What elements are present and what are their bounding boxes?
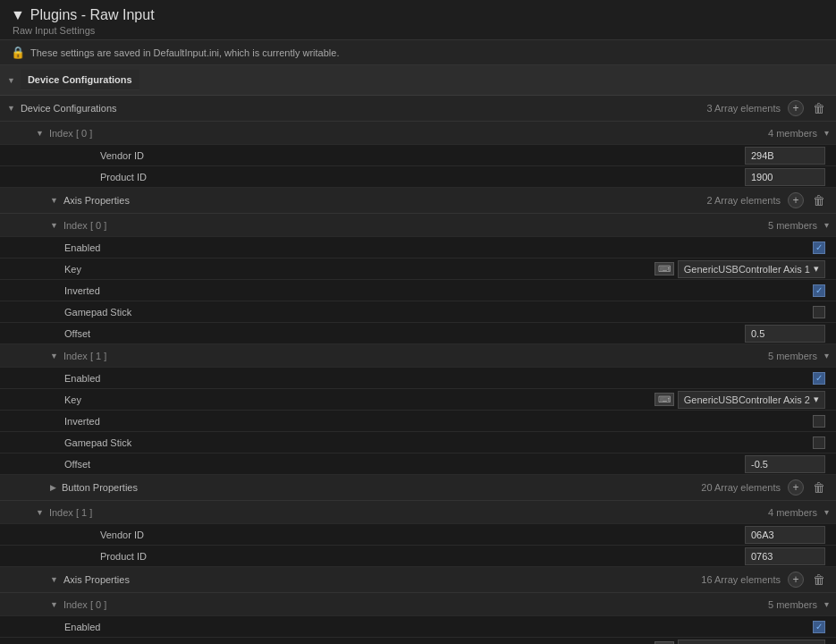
axis0-gamepad-label: Gamepad Stick (64, 307, 813, 318)
chevron-icon: ▼ (50, 196, 58, 205)
axis0-key-value: GenericUSBController Axis 1 (684, 264, 810, 275)
vendor-id-label-0: Vendor ID (50, 150, 745, 161)
chevron-icon: ▼ (11, 7, 25, 23)
info-bar: 🔒 These settings are saved in DefaultInp… (0, 40, 836, 65)
keyboard-icon: ⌨ (654, 393, 674, 406)
chevron-icon: ▼ (36, 508, 44, 517)
dc-add-button[interactable]: + (788, 100, 804, 116)
chevron-icon: ▼ (50, 600, 58, 609)
page-title: ▼ Plugins - Raw Input (11, 7, 825, 23)
device-configurations-array: ▼ Device Configurations 3 Array elements… (0, 96, 836, 122)
axis1-offset-input[interactable] (745, 455, 825, 473)
axis1-key-value: GenericUSBController Axis 2 (684, 394, 810, 405)
vendor-id-label-1: Vendor ID (50, 530, 745, 540)
product-id-row-1: Product ID (0, 546, 836, 567)
axis0-key-label: Key (64, 264, 654, 275)
axis1-inverted-label: Inverted (64, 416, 813, 427)
axis0-gamepad-checkbox[interactable] (813, 306, 825, 318)
index0-member-count: 4 members (768, 128, 817, 139)
axis-index1-count: 5 members (768, 351, 817, 361)
axis1-inverted-checkbox[interactable] (813, 415, 825, 428)
chevron-down-icon: ▼ (7, 76, 15, 85)
vendor-id-input-1[interactable] (745, 526, 825, 544)
axis0-key-dropdown[interactable]: GenericUSBController Axis 1 ▾ (678, 260, 825, 278)
dropdown-arrow: ▾ (814, 263, 819, 275)
index0-label: Index [ 0 ] (49, 128, 768, 139)
axis0-inverted-checkbox[interactable] (813, 284, 825, 297)
btn-delete-button[interactable]: 🗑 (809, 479, 829, 496)
chevron-icon: ▼ (7, 104, 15, 113)
header: ▼ Plugins - Raw Input Raw Input Settings (0, 0, 836, 40)
axis1-index0-count: 5 members (768, 599, 817, 610)
axis0-offset-input[interactable] (745, 325, 825, 343)
axis1-index0-row[interactable]: ▼ Index [ 0 ] 5 members ▾ (0, 593, 836, 616)
chevron-down-icon: ▾ (824, 507, 829, 517)
header-subtitle: Raw Input Settings (11, 25, 825, 36)
dc-delete-button[interactable]: 🗑 (809, 99, 829, 117)
axis-index1-label: Index [ 1 ] (63, 351, 768, 361)
button-properties-count: 20 Array elements (701, 482, 781, 493)
axis0-offset-row: Offset (0, 323, 836, 344)
axis1-add-button[interactable]: + (788, 572, 804, 588)
axis0-gamepad-row: Gamepad Stick (0, 301, 836, 323)
vendor-id-input-0[interactable] (745, 147, 825, 165)
axis1-offset-row: Offset (0, 453, 836, 475)
axis1-0-enabled-checkbox[interactable] (813, 621, 825, 633)
vendor-id-row-1: Vendor ID (0, 524, 836, 546)
button-properties-0[interactable]: ▶ Button Properties 20 Array elements + … (0, 475, 836, 501)
index0-row[interactable]: ▼ Index [ 0 ] 4 members ▾ (0, 122, 836, 145)
product-id-row-0: Product ID (0, 166, 836, 188)
axis-index0-count: 5 members (768, 220, 817, 231)
axis1-enabled-checkbox[interactable] (813, 372, 825, 385)
axis1-delete-button[interactable]: 🗑 (809, 571, 829, 589)
axis-index0-label: Index [ 0 ] (63, 220, 768, 231)
product-id-value-0 (745, 168, 836, 186)
index1-row[interactable]: ▼ Index [ 1 ] 4 members ▾ (0, 501, 836, 524)
vendor-id-value-0 (745, 147, 836, 165)
keyboard-icon: ⌨ (654, 262, 674, 275)
chevron-down-icon: ▾ (824, 220, 829, 230)
product-id-input-0[interactable] (745, 168, 825, 186)
axis-count-0: 2 Array elements (706, 195, 781, 206)
axis1-0-enabled-label: Enabled (64, 622, 813, 632)
axis1-gamepad-label: Gamepad Stick (64, 437, 813, 448)
axis-add-button-0[interactable]: + (788, 192, 804, 208)
chevron-icon: ▼ (36, 129, 44, 138)
dc-array-count: 3 Array elements (706, 103, 781, 114)
button-properties-label: Button Properties (62, 482, 138, 493)
axis-properties-1: ▼ Axis Properties 16 Array elements + 🗑 (0, 567, 836, 593)
axis-index1-row[interactable]: ▼ Index [ 1 ] 5 members ▾ (0, 344, 836, 368)
axis-delete-button-0[interactable]: 🗑 (809, 191, 829, 209)
axis-count-1: 16 Array elements (701, 574, 781, 585)
product-id-label-1: Product ID (50, 551, 745, 562)
axis1-key-row: Key ⌨ GenericUSBController Axis 2 ▾ (0, 389, 836, 411)
axis1-key-label: Key (64, 394, 654, 405)
axis1-0-enabled-row: Enabled (0, 616, 836, 638)
axis0-key-row: Key ⌨ GenericUSBController Axis 1 ▾ (0, 258, 836, 280)
chevron-icon: ▼ (50, 575, 58, 584)
device-configurations-section[interactable]: ▼ Device Configurations (0, 65, 836, 96)
vendor-id-row-0: Vendor ID (0, 145, 836, 166)
product-id-input-1[interactable] (745, 547, 825, 565)
axis1-gamepad-checkbox[interactable] (813, 436, 825, 449)
lock-icon: 🔒 (11, 46, 25, 59)
axis1-index0-label: Index [ 0 ] (63, 599, 768, 610)
info-text: These settings are saved in DefaultInput… (30, 47, 339, 58)
axis1-offset-label: Offset (64, 459, 745, 470)
section-label: Device Configurations (21, 70, 139, 90)
axis1-gamepad-row: Gamepad Stick (0, 432, 836, 453)
axis1-0-key-dropdown[interactable]: GenericUSBController Axis 3 ▾ (678, 640, 825, 645)
axis-label-1: Axis Properties (63, 574, 130, 585)
chevron-icon: ▼ (50, 221, 58, 230)
axis0-enabled-checkbox[interactable] (813, 242, 825, 254)
axis-index0-row[interactable]: ▼ Index [ 0 ] 5 members ▾ (0, 214, 836, 237)
axis1-key-dropdown[interactable]: GenericUSBController Axis 2 ▾ (678, 391, 825, 409)
index1-label: Index [ 1 ] (49, 507, 768, 518)
chevron-down-icon: ▾ (824, 128, 829, 138)
chevron-down-icon: ▾ (824, 351, 829, 360)
btn-add-button[interactable]: + (788, 479, 804, 496)
axis1-enabled-label: Enabled (64, 373, 813, 384)
axis0-inverted-row: Inverted (0, 280, 836, 301)
dropdown-arrow: ▾ (814, 394, 819, 405)
axis0-inverted-label: Inverted (64, 285, 813, 296)
